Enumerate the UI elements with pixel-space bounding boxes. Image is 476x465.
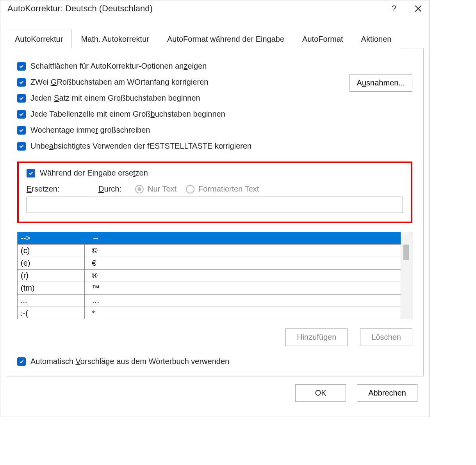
checkbox-cell-cap[interactable] — [17, 110, 26, 119]
label-two-caps: ZWei GRoßbuchstaben am WOrtanfang korrig… — [30, 78, 208, 87]
radio-formatted-text — [186, 185, 194, 193]
tab-actions[interactable]: Aktionen — [352, 30, 401, 48]
delete-button[interactable]: Löschen — [360, 328, 412, 346]
tab-panel: Schaltflächen für AutoKorrektur-Optionen… — [6, 48, 424, 376]
input-replace[interactable] — [27, 197, 94, 213]
help-button[interactable]: ? — [389, 4, 399, 14]
label-show-buttons: Schaltflächen für AutoKorrektur-Optionen… — [30, 62, 207, 71]
tab-autoformat[interactable]: AutoFormat — [293, 30, 352, 48]
table-row[interactable]: (tm) ™ — [18, 282, 401, 295]
table-row[interactable]: (r) ® — [18, 270, 401, 282]
label-capslock: Unbeabsichtigtes Verwenden der fESTSTELL… — [30, 142, 251, 151]
label-cell-cap: Jede Tabellenzelle mit einem Großbuchsta… — [30, 110, 225, 119]
exceptions-button[interactable]: Ausnahmen... — [349, 74, 412, 92]
close-button[interactable] — [414, 5, 424, 12]
label-formatted-text: Formatierten Text — [198, 185, 259, 193]
checkbox-sentence-cap[interactable] — [17, 94, 26, 103]
label-sentence-cap: Jeden Satz mit einem Großbuchstaben begi… — [30, 94, 200, 103]
checkbox-replace-typing[interactable] — [27, 169, 35, 177]
table-row[interactable]: (c) © — [18, 245, 401, 257]
checkbox-weekday-cap[interactable] — [17, 126, 26, 135]
tab-autokorrektur[interactable]: AutoKorrektur — [6, 30, 72, 48]
tab-math[interactable]: Math. Autokorrektur — [72, 30, 158, 48]
dialog-title: AutoKorrektur: Deutsch (Deutschland) — [7, 4, 389, 14]
table-scrollbar[interactable] — [401, 232, 412, 319]
replacement-table: --> → (c) © (e) € (r) ® — [17, 232, 412, 319]
titlebar: AutoKorrektur: Deutsch (Deutschland) ? — [0, 0, 429, 18]
label-weekday-cap: Wochentage immer großschreiben — [30, 126, 150, 135]
radio-plain-text — [135, 185, 144, 193]
table-row[interactable]: (e) € — [18, 257, 401, 270]
dialog-footer: OK Abbrechen — [6, 376, 424, 411]
cancel-button[interactable]: Abbrechen — [357, 384, 417, 402]
table-row[interactable]: --> → — [18, 232, 401, 245]
checkbox-capslock[interactable] — [17, 142, 26, 151]
checkbox-show-buttons[interactable] — [17, 62, 26, 71]
label-plain-text: Nur Text — [148, 185, 176, 193]
autocorrect-dialog: AutoKorrektur: Deutsch (Deutschland) ? A… — [0, 0, 430, 417]
scrollbar-thumb[interactable] — [403, 245, 409, 260]
table-row[interactable]: :-( * — [18, 307, 401, 319]
add-button[interactable]: Hinzufügen — [285, 328, 348, 346]
label-dict-suggest: Automatisch Vorschläge aus dem Wörterbuc… — [30, 357, 229, 366]
checkbox-two-caps[interactable] — [17, 78, 26, 87]
label-replace-typing: Während der Eingabe ersetzen — [40, 169, 148, 177]
tab-bar: AutoKorrektur Math. Autokorrektur AutoFo… — [6, 29, 424, 48]
label-replace: Ersetzen: — [27, 185, 89, 193]
ok-button[interactable]: OK — [295, 384, 346, 402]
checkbox-dict-suggest[interactable] — [17, 357, 26, 366]
tab-autoformat-typing[interactable]: AutoFormat während der Eingabe — [158, 30, 293, 48]
replace-section-highlight: Während der Eingabe ersetzen Ersetzen: D… — [17, 162, 412, 223]
table-row[interactable]: ... … — [18, 295, 401, 307]
input-with[interactable] — [94, 197, 403, 213]
label-with: Durch: — [98, 185, 126, 193]
